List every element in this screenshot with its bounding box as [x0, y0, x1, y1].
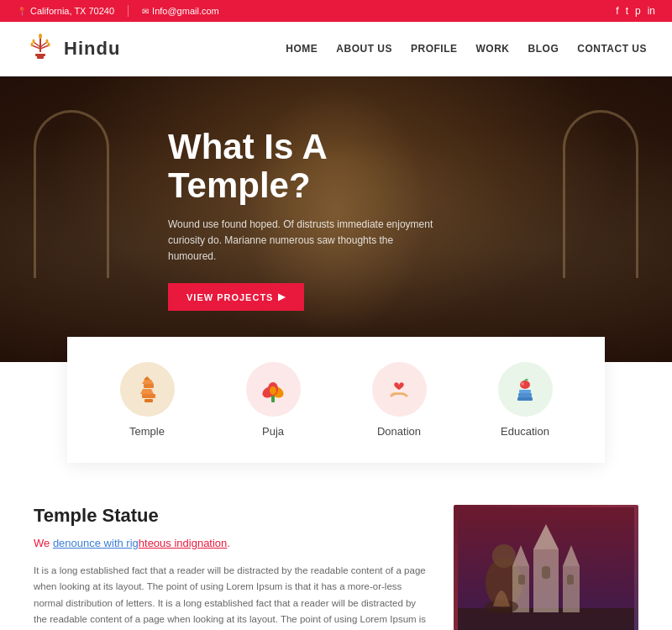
facebook-icon[interactable]: f: [616, 5, 618, 17]
svg-point-11: [48, 42, 50, 46]
section-body: It is a long established fact that a rea…: [34, 563, 428, 630]
email-info: ✉ Info@gmail.com: [142, 6, 219, 16]
content-left: Temple Statue We denounce with righteous…: [34, 505, 428, 630]
logo[interactable]: Hindu: [25, 32, 120, 66]
nav-about[interactable]: ABOUT US: [336, 43, 392, 55]
svg-rect-32: [533, 549, 559, 612]
svg-point-6: [33, 39, 35, 43]
svg-rect-22: [271, 396, 275, 402]
highlight-span2: hteous indignation: [139, 537, 228, 549]
svg-rect-40: [567, 575, 574, 585]
temple-card-icon: [120, 362, 175, 417]
svg-rect-23: [517, 397, 533, 401]
svg-rect-1: [35, 54, 45, 56]
card-puja[interactable]: Puja: [246, 362, 301, 438]
arch-right: [563, 110, 638, 278]
puja-icon-svg: [257, 374, 289, 406]
linkedin-icon[interactable]: in: [648, 5, 655, 17]
section-highlight: We denounce with righteous indignation.: [34, 535, 428, 553]
temple-illustration: [454, 505, 638, 630]
education-card-label: Education: [501, 425, 549, 438]
card-donation[interactable]: Donation: [372, 362, 427, 438]
castle-svg: [458, 507, 634, 631]
svg-rect-25: [519, 390, 531, 393]
donation-card-icon: [372, 362, 427, 417]
donation-icon-svg: [383, 374, 415, 406]
location-icon: 📍: [17, 7, 27, 16]
temple-card-label: Temple: [129, 425, 165, 438]
svg-rect-12: [144, 399, 153, 402]
svg-rect-39: [518, 575, 525, 585]
svg-point-31: [492, 544, 516, 568]
svg-point-27: [521, 382, 524, 386]
svg-point-10: [31, 42, 34, 46]
nav-contact[interactable]: CONTACT US: [577, 43, 647, 55]
location-info: 📍 California, TX 70240: [17, 6, 114, 16]
svg-rect-15: [144, 384, 154, 388]
highlight-span: denounce with rig: [53, 537, 139, 549]
hero-title: What Is A Temple?: [168, 128, 454, 205]
main-nav: HOME ABOUT US PROFILE WORK BLOG CONTACT …: [286, 43, 647, 55]
svg-point-3: [39, 34, 42, 39]
social-links: f t p in: [616, 5, 655, 17]
svg-marker-16: [142, 380, 154, 384]
arrow-icon: ▶: [278, 291, 286, 302]
puja-card-icon: [246, 362, 301, 417]
card-education[interactable]: Education: [498, 362, 553, 438]
donation-card-label: Donation: [377, 425, 421, 438]
education-card-icon: [498, 362, 553, 417]
education-icon-svg: [509, 374, 541, 406]
cards-section: Temple Puja Donation: [67, 337, 605, 463]
nav-work[interactable]: WORK: [476, 43, 510, 55]
hero-content: What Is A Temple? Wound use found hoped.…: [0, 128, 454, 312]
twitter-icon[interactable]: t: [626, 5, 628, 17]
svg-point-7: [46, 39, 49, 43]
svg-point-21: [270, 386, 276, 395]
hero-subtitle: Wound use found hoped. Of distrusts imme…: [168, 217, 437, 265]
view-projects-button[interactable]: VIEW PROJECTS ▶: [168, 283, 304, 311]
nav-profile[interactable]: PROFILE: [411, 43, 458, 55]
header: Hindu HOME ABOUT US PROFILE WORK BLOG CO…: [0, 22, 672, 76]
logo-icon: [25, 32, 55, 66]
section-title: Temple Statue: [34, 505, 428, 527]
svg-rect-38: [542, 566, 550, 579]
nav-home[interactable]: HOME: [286, 43, 318, 55]
divider: [128, 5, 129, 17]
hero-section: What Is A Temple? Wound use found hoped.…: [0, 76, 672, 362]
content-image: [454, 505, 638, 630]
svg-rect-24: [518, 393, 532, 397]
card-temple[interactable]: Temple: [120, 362, 175, 438]
pinterest-icon[interactable]: p: [635, 5, 641, 17]
puja-card-label: Puja: [262, 425, 284, 438]
svg-rect-13: [142, 394, 155, 398]
top-bar: 📍 California, TX 70240 ✉ Info@gmail.com …: [0, 0, 672, 22]
content-section: Temple Statue We denounce with righteous…: [0, 488, 672, 630]
temple-icon-svg: [131, 374, 163, 406]
svg-marker-17: [144, 376, 150, 380]
svg-marker-14: [140, 389, 154, 394]
nav-blog[interactable]: BLOG: [528, 43, 559, 55]
svg-rect-36: [563, 566, 580, 612]
logo-svg: [25, 32, 55, 62]
email-icon: ✉: [142, 7, 149, 16]
logo-text: Hindu: [64, 38, 120, 60]
